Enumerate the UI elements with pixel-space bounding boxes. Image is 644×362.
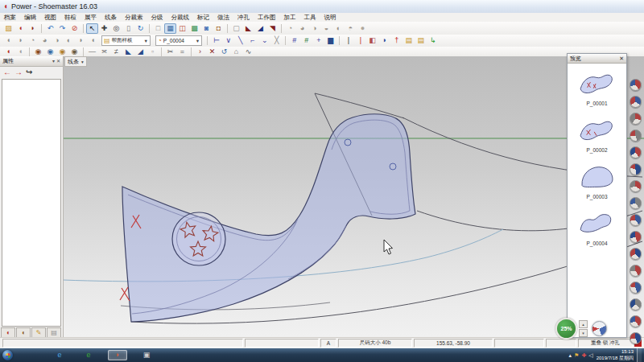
properties-list[interactable] [2,79,61,327]
zoom-up-icon[interactable]: ▴ [579,320,588,328]
chevron-down-icon[interactable]: ▼ [196,39,200,43]
last-tool-3-icon[interactable]: ◔ [27,35,39,46]
menu-last[interactable]: 鞋楦 [60,14,80,22]
mirror-icon[interactable]: ◥ [266,23,279,34]
menu-lines[interactable]: 线条 [101,14,121,22]
start-button[interactable] [2,350,13,360]
round-tool-5-icon[interactable]: ◐ [332,23,345,34]
tray-volume-icon[interactable]: ◁ [588,352,592,358]
right-tool-6-icon[interactable] [630,163,642,175]
taskbar-shoemaster-button[interactable]: ◗ [108,350,127,360]
badge-coin-icon[interactable]: ◉ [56,47,68,57]
page-preview-icon[interactable]: ▯ [122,23,134,34]
material-dropdown[interactable]: ▤ 帮面样板 ▼ [101,35,151,46]
menu-treatment[interactable]: 做法 [213,14,233,22]
round-tool-4-icon[interactable]: ◒ [320,23,332,34]
zoom-level-badge[interactable]: 25% [555,318,577,339]
swoosh-icon[interactable]: ↪ [26,68,32,76]
view-blank-icon[interactable]: □ [152,23,164,34]
round-tool-2-icon[interactable]: ◕ [296,23,308,34]
zoom-icon[interactable]: ◎ [110,23,122,34]
equal-icon[interactable]: = [176,47,188,57]
sole-a-icon[interactable]: ◣ [122,47,134,57]
right-tool-7-icon[interactable] [630,180,642,192]
scissors-icon[interactable]: ✂ [164,47,176,57]
undo-icon[interactable]: ↶ [44,23,56,34]
right-tool-4-icon[interactable] [630,130,642,142]
right-tool-9-icon[interactable] [630,214,642,226]
menu-marking[interactable]: 标记 [193,14,213,22]
line-corner-icon[interactable]: ⌐ [246,35,258,46]
view-material-icon[interactable]: ◘ [213,23,225,34]
last-tool-4-icon[interactable]: ◕ [39,35,51,46]
close-icon[interactable]: ✕ [619,56,624,62]
flatten-join-icon[interactable]: ≍ [98,47,110,57]
menu-file[interactable]: 档案 [0,14,20,22]
round-tool-1-icon[interactable]: ◔ [284,23,296,34]
view-shade-icon[interactable]: ◙ [200,23,213,34]
menu-machining[interactable]: 加工 [280,14,300,22]
line-angle-icon[interactable]: ⌄ [258,35,270,46]
tray-flag-icon[interactable]: ⚑ [574,352,579,358]
right-tool-11-icon[interactable] [630,248,642,260]
last-tool-6-icon[interactable]: ◐ [63,35,75,46]
view-compass-icon[interactable] [592,321,607,336]
pin-panel-icon[interactable]: ▾ [52,59,55,64]
last-red-icon[interactable]: ◖ [2,47,14,57]
view-split-icon[interactable]: ◫ [176,23,188,34]
pin-icon[interactable]: † [390,35,402,46]
rotate-cc-icon[interactable]: ↺ [218,47,230,57]
rotate-view-icon[interactable]: ↻ [134,23,147,34]
right-tool-1-icon[interactable] [630,79,642,91]
right-tool-3-icon[interactable] [630,113,642,125]
round-tool-3-icon[interactable]: ◑ [308,23,320,34]
chevron-icon[interactable]: › [194,47,206,57]
flip-vertical-icon[interactable]: ◢ [254,23,266,34]
home-plane-icon[interactable]: ⌂ [230,47,242,57]
menu-tools[interactable]: 工具 [300,14,320,22]
right-tool-13-icon[interactable] [630,282,642,294]
pan-icon[interactable]: ✚ [98,23,110,34]
select-cursor-icon[interactable]: ↖ [86,23,98,34]
flatten-line-icon[interactable]: — [86,47,98,57]
line-check-icon[interactable]: ∨ [222,35,234,46]
bar-icon[interactable]: | [342,35,354,46]
tray-expand-icon[interactable]: ▴ [569,352,572,358]
chevron-down-icon[interactable]: ▼ [144,39,148,43]
line-slash-icon[interactable]: ╲ [234,35,246,46]
right-tool-8-icon[interactable] [630,197,642,209]
blue-last-icon[interactable]: ◗ [378,35,390,46]
show-desktop-button[interactable] [637,348,642,362]
menu-working-drawing[interactable]: 工作图 [254,14,280,22]
export-last-icon[interactable]: ◗ [27,23,39,34]
box-b-icon[interactable]: ▤ [415,35,427,46]
line-endpoint-icon[interactable]: ⊢ [210,35,222,46]
preview-item-1[interactable]: P_00001 [575,68,620,106]
preview-item-3[interactable]: P_00003 [575,162,620,200]
last-gray-icon[interactable]: ◖ [14,47,27,57]
redo-icon[interactable]: ↷ [56,23,68,34]
last-tool-5-icon[interactable]: ◑ [51,35,63,46]
taskbar-clock[interactable]: 15:13 2019/7/18 星期四 [597,349,634,360]
last-tool-1-icon[interactable]: ◖ [2,35,14,46]
taskbar-viewer-button[interactable]: ▣ [137,350,156,360]
tray-antivirus-icon[interactable]: ✚ [581,352,586,358]
round-tool-7-icon[interactable]: ● [357,23,369,34]
menu-view[interactable]: 视图 [40,14,60,22]
line-delete-icon[interactable]: ╳ [270,35,283,46]
prev-step-icon[interactable]: ← [3,68,11,76]
right-tool-14-icon[interactable] [630,298,642,311]
measure-icon[interactable]: + [312,35,324,46]
box-a-icon[interactable]: ▤ [402,35,415,46]
grid-add-icon[interactable]: # [288,35,300,46]
zoom-down-icon[interactable]: ▾ [579,329,588,337]
right-tool-5-icon[interactable] [630,146,642,158]
badge-lock-icon[interactable]: ◉ [32,47,44,57]
next-step-icon[interactable]: → [14,68,23,76]
preview-item-2[interactable]: P_00002 [575,115,620,153]
taskbar-ie-button[interactable]: e [50,350,69,360]
cancel-icon[interactable]: ⊘ [68,23,80,34]
design-canvas[interactable]: 线条 ▾ [63,56,644,338]
grid-add-green-icon[interactable]: # [300,35,312,46]
flatten-split-icon[interactable]: ≠ [110,47,122,57]
